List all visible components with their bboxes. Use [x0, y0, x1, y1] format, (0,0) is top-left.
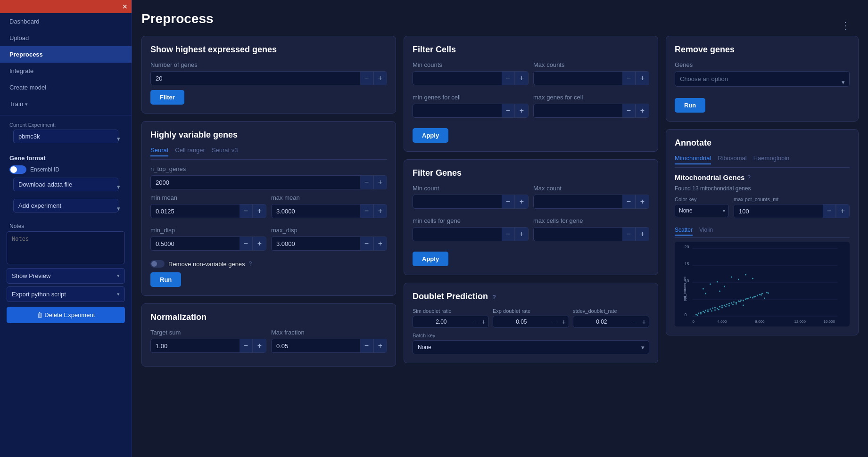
filter-button[interactable]: Filter: [150, 90, 184, 105]
tab-ribosomal[interactable]: Ribosomal: [718, 155, 746, 164]
num-genes-input[interactable]: [151, 72, 360, 85]
min-mean-plus-button[interactable]: +: [253, 204, 266, 218]
apply-filter-cells-button[interactable]: Apply: [413, 128, 448, 143]
max-fraction-input[interactable]: [272, 340, 360, 352]
n-top-genes-input[interactable]: [151, 176, 360, 189]
max-counts-minus-button[interactable]: −: [622, 72, 636, 85]
max-mean-plus-button[interactable]: +: [373, 204, 387, 218]
sidebar-item-upload[interactable]: Upload: [0, 30, 132, 46]
ensembl-toggle[interactable]: [9, 165, 26, 174]
svg-point-34: [738, 301, 739, 302]
sim-doublet-minus-button[interactable]: −: [470, 317, 479, 326]
max-disp-input-row: − +: [271, 237, 387, 251]
max-mean-minus-button[interactable]: −: [360, 204, 373, 218]
tab-seurat-v3[interactable]: Seurat v3: [212, 147, 238, 156]
min-genes-minus-button[interactable]: −: [502, 104, 515, 117]
tab-mitochondrial[interactable]: Mitochondrial: [675, 155, 711, 164]
delete-experiment-button[interactable]: 🗑 Delete Experiment: [7, 307, 125, 323]
max-pct-input[interactable]: [734, 205, 823, 218]
max-mean-input[interactable]: [272, 205, 360, 218]
exp-doublet-minus-button[interactable]: −: [550, 317, 559, 326]
genes-select[interactable]: Choose an option: [675, 71, 850, 87]
annotate-tabs: Mitochondrial Ribosomal Haemoglobin: [675, 155, 850, 168]
max-cells-plus-button[interactable]: +: [636, 228, 649, 241]
min-counts-plus-button[interactable]: +: [515, 72, 528, 85]
min-cells-minus-button[interactable]: −: [502, 228, 515, 241]
svg-point-68: [724, 286, 725, 287]
download-adata-select[interactable]: Download adata file: [13, 178, 118, 191]
max-count-minus-button[interactable]: −: [622, 195, 636, 208]
exp-doublet-plus-button[interactable]: +: [559, 317, 569, 326]
min-count-input-row: − +: [413, 195, 529, 209]
tab-violin[interactable]: Violin: [699, 227, 713, 236]
run-remove-genes-button[interactable]: Run: [675, 98, 705, 113]
remove-nonvariable-toggle[interactable]: [150, 260, 165, 268]
notes-textarea[interactable]: [7, 231, 125, 264]
svg-point-48: [707, 311, 709, 312]
stdev-doublet-plus-button[interactable]: +: [639, 317, 649, 326]
max-fraction-plus-button[interactable]: +: [373, 339, 387, 352]
sidebar-item-integrate[interactable]: Integrate: [0, 63, 132, 79]
max-genes-input[interactable]: [534, 105, 622, 117]
min-counts-input[interactable]: [413, 72, 502, 85]
close-button[interactable]: ✕: [122, 3, 128, 10]
tab-scatter[interactable]: Scatter: [675, 227, 693, 236]
max-count-plus-button[interactable]: +: [636, 195, 649, 208]
max-counts-input[interactable]: [534, 72, 622, 85]
max-pct-plus-button[interactable]: +: [836, 204, 849, 218]
sim-doublet-plus-button[interactable]: +: [479, 317, 488, 326]
max-genes-minus-button[interactable]: −: [622, 104, 636, 117]
svg-text:8,000: 8,000: [755, 319, 765, 324]
max-fraction-minus-button[interactable]: −: [360, 339, 373, 352]
sidebar-item-train[interactable]: Train ▾: [0, 96, 132, 112]
n-top-genes-plus-button[interactable]: +: [373, 176, 387, 189]
stdev-doublet-minus-button[interactable]: −: [630, 317, 639, 326]
num-genes-plus-button[interactable]: +: [373, 72, 387, 85]
min-cells-plus-button[interactable]: +: [515, 228, 528, 241]
min-disp-plus-button[interactable]: +: [253, 237, 266, 250]
min-genes-input[interactable]: [413, 105, 502, 117]
svg-point-29: [726, 304, 727, 305]
max-genes-plus-button[interactable]: +: [636, 104, 649, 117]
add-experiment-select[interactable]: Add experiment: [13, 199, 118, 212]
tab-seurat[interactable]: Seurat: [150, 147, 168, 156]
min-count-plus-button[interactable]: +: [515, 195, 528, 208]
target-sum-plus-button[interactable]: +: [253, 339, 266, 352]
max-counts-label: Max counts: [533, 61, 649, 68]
min-count-input[interactable]: [413, 196, 502, 208]
batch-key-select[interactable]: None: [413, 340, 649, 354]
tab-haemoglobin[interactable]: Haemoglobin: [753, 155, 790, 164]
min-genes-plus-button[interactable]: +: [515, 104, 528, 117]
max-pct-minus-button[interactable]: −: [823, 204, 836, 218]
target-sum-input[interactable]: [151, 340, 240, 352]
min-count-minus-button[interactable]: −: [502, 195, 515, 208]
max-disp-plus-button[interactable]: +: [373, 237, 387, 250]
experiment-select[interactable]: pbmc3k: [13, 130, 118, 143]
export-script-row[interactable]: Export python script ▾: [7, 286, 125, 302]
max-counts-plus-button[interactable]: +: [636, 72, 649, 85]
n-top-genes-minus-button[interactable]: −: [360, 176, 373, 189]
num-genes-minus-button[interactable]: −: [360, 72, 373, 85]
sidebar-item-dashboard[interactable]: Dashboard: [0, 13, 132, 30]
max-cells-minus-button[interactable]: −: [622, 228, 636, 241]
color-key-select[interactable]: None: [675, 204, 729, 217]
min-cells-input[interactable]: [413, 228, 502, 241]
tab-cell-ranger[interactable]: Cell ranger: [175, 147, 205, 156]
max-cells-input[interactable]: [534, 228, 622, 241]
min-disp-input[interactable]: [151, 237, 240, 250]
min-mean-input[interactable]: [151, 205, 240, 218]
sidebar-item-preprocess[interactable]: Preprocess: [0, 46, 132, 63]
apply-filter-genes-button[interactable]: Apply: [413, 252, 448, 266]
min-disp-input-row: − +: [150, 237, 266, 251]
show-preview-row[interactable]: Show Preview ▾: [7, 268, 125, 284]
min-counts-minus-button[interactable]: −: [502, 72, 515, 85]
min-disp-minus-button[interactable]: −: [240, 237, 253, 250]
max-disp-minus-button[interactable]: −: [360, 237, 373, 250]
min-mean-minus-button[interactable]: −: [240, 204, 253, 218]
run-hvg-button[interactable]: Run: [150, 272, 181, 287]
three-dots-icon[interactable]: ⋮: [841, 20, 850, 31]
target-sum-minus-button[interactable]: −: [240, 339, 253, 352]
max-count-input[interactable]: [534, 196, 622, 208]
max-disp-input[interactable]: [272, 237, 360, 250]
sidebar-item-create-model[interactable]: Create model: [0, 79, 132, 96]
